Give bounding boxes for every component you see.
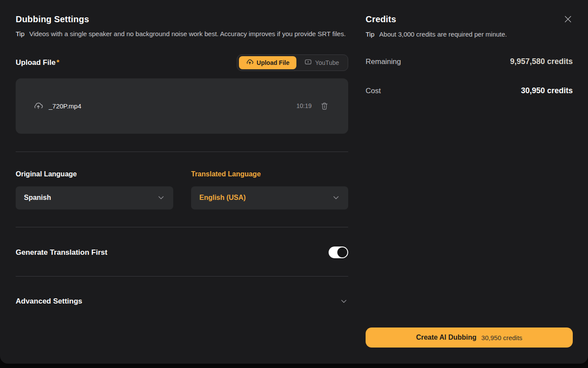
- generate-translation-first-label: Generate Translation First: [16, 248, 108, 257]
- settings-column: Dubbing Settings TipVideos with a single…: [16, 0, 348, 307]
- app-background: Dubbing Settings TipVideos with a single…: [0, 0, 588, 368]
- tip-label: Tip: [16, 30, 24, 37]
- tip-text: Videos with a single speaker and no back…: [29, 30, 346, 37]
- credits-column: Credits TipAbout 3,000 credits are requi…: [366, 0, 573, 364]
- original-language-group: Original Language Spanish: [16, 170, 173, 209]
- source-switch: Upload File YouTube: [237, 54, 348, 71]
- remaining-label: Remaining: [366, 57, 401, 66]
- tab-youtube[interactable]: YouTube: [297, 56, 346, 69]
- trash-icon: [320, 101, 329, 111]
- create-ai-dubbing-credits: 30,950 credits: [481, 334, 522, 341]
- cost-value: 30,950 credits: [521, 86, 573, 95]
- cost-row: Cost 30,950 credits: [366, 86, 573, 95]
- divider: [16, 276, 348, 277]
- close-icon: [563, 14, 573, 24]
- delete-file-button[interactable]: [318, 99, 331, 112]
- advanced-settings-expander[interactable]: Advanced Settings: [16, 295, 348, 307]
- generate-translation-first-toggle[interactable]: [329, 246, 348, 258]
- generate-translation-first-row: Generate Translation First: [16, 246, 348, 259]
- translated-language-select[interactable]: English (USA): [191, 186, 348, 209]
- translated-language-value: English (USA): [199, 194, 246, 202]
- chevron-down-icon: [157, 193, 165, 202]
- chevron-down-icon: [332, 193, 340, 202]
- tip-text: About 3,000 credits are required per min…: [379, 30, 507, 38]
- divider: [16, 152, 348, 152]
- divider: [16, 227, 348, 227]
- file-upload-cloud-icon: [33, 101, 44, 111]
- create-ai-dubbing-label: Create AI Dubbing: [416, 334, 477, 341]
- upload-file-label: Upload File*: [16, 58, 59, 67]
- upload-file-label-text: Upload File: [16, 58, 56, 67]
- youtube-icon: [304, 58, 312, 67]
- language-section: Original Language Spanish Translated Lan…: [16, 170, 348, 209]
- required-asterisk: *: [57, 58, 60, 67]
- original-language-label: Original Language: [16, 170, 173, 178]
- original-language-value: Spanish: [24, 194, 51, 202]
- tab-upload-file[interactable]: Upload File: [239, 56, 296, 69]
- remaining-credits-row: Remaining 9,957,580 credits: [366, 57, 573, 66]
- cloud-upload-icon: [246, 58, 254, 67]
- credits-title: Credits: [366, 14, 396, 24]
- chevron-down-icon: [339, 297, 348, 306]
- advanced-settings-label: Advanced Settings: [16, 297, 82, 306]
- cost-label: Cost: [366, 87, 381, 95]
- create-ai-dubbing-button[interactable]: Create AI Dubbing 30,950 credits: [366, 327, 573, 348]
- settings-tip: TipVideos with a single speaker and no b…: [16, 30, 348, 38]
- page-title: Dubbing Settings: [16, 14, 348, 24]
- file-name: _720P.mp4: [49, 102, 81, 110]
- tip-label: Tip: [366, 30, 374, 38]
- upload-section-header: Upload File* Upload File: [16, 54, 348, 71]
- translated-language-label: Translated Language: [191, 170, 348, 178]
- remaining-value: 9,957,580 credits: [510, 57, 573, 66]
- tab-youtube-label: YouTube: [315, 59, 339, 66]
- translated-language-group: Translated Language English (USA): [191, 170, 348, 209]
- close-button[interactable]: [562, 14, 574, 25]
- dubbing-settings-dialog: Dubbing Settings TipVideos with a single…: [0, 0, 588, 364]
- original-language-select[interactable]: Spanish: [16, 186, 173, 209]
- uploaded-file-card: _720P.mp4 10:19: [16, 78, 348, 134]
- tab-upload-file-label: Upload File: [257, 59, 289, 66]
- file-duration: 10:19: [296, 102, 312, 109]
- toggle-knob: [337, 247, 347, 257]
- credits-header: Credits: [366, 14, 573, 25]
- credits-tip: TipAbout 3,000 credits are required per …: [366, 30, 573, 39]
